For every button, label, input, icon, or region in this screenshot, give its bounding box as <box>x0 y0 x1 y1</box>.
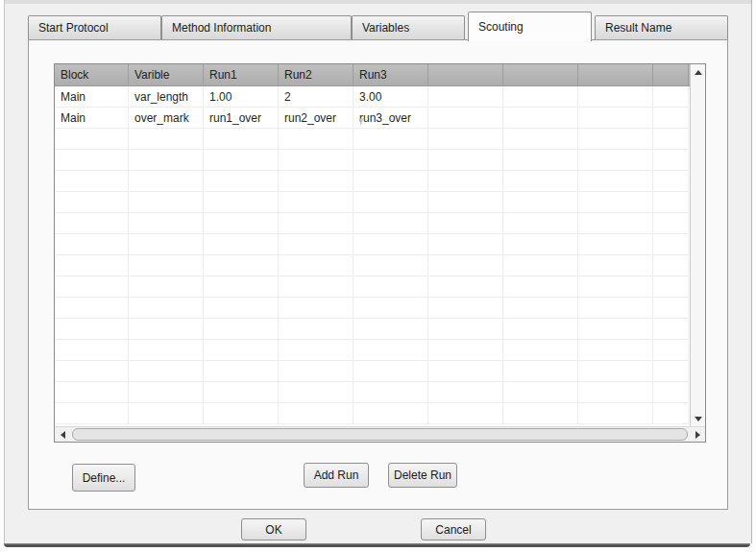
table-cell <box>428 298 503 319</box>
table-cell <box>354 192 428 213</box>
table-cell <box>578 129 653 150</box>
table-cell <box>129 150 204 171</box>
table-cell <box>578 361 653 382</box>
column-header[interactable]: Run1 <box>204 64 279 85</box>
table-row <box>55 129 690 150</box>
table-cell <box>279 150 354 171</box>
delete-run-button[interactable]: Delete Run <box>388 463 457 488</box>
table-cell <box>653 192 689 213</box>
grid-header-row: BlockVaribleRun1Run2Run3 <box>55 64 690 86</box>
table-cell[interactable] <box>578 108 653 129</box>
dialog-window: Start Protocol Method Information Variab… <box>4 0 752 543</box>
table-row: Mainover_markrun1_overrun2_overrun3_over <box>55 108 690 129</box>
horizontal-scrollbar-thumb[interactable] <box>72 428 688 441</box>
table-cell <box>129 382 204 403</box>
table-cell <box>129 192 204 213</box>
table-cell <box>503 234 578 255</box>
table-cell <box>578 213 653 234</box>
tab-scouting[interactable]: Scouting <box>468 12 592 41</box>
table-cell <box>578 298 653 319</box>
table-cell[interactable]: 2 <box>279 86 354 108</box>
table-cell[interactable] <box>653 86 689 108</box>
table-cell[interactable]: run2_over <box>279 108 354 129</box>
tab-label: Variables <box>362 21 409 35</box>
table-cell[interactable] <box>503 86 578 108</box>
table-cell <box>578 234 653 255</box>
table-cell <box>279 192 354 213</box>
table-cell <box>503 403 578 424</box>
tab-start-protocol[interactable]: Start Protocol <box>28 15 161 39</box>
table-row <box>55 298 690 319</box>
table-cell[interactable] <box>428 108 503 129</box>
column-header[interactable]: Block <box>55 64 129 85</box>
table-cell[interactable]: Main <box>55 86 129 108</box>
grid-body: Mainvar_length1.0023.00Mainover_markrun1… <box>55 86 690 426</box>
table-cell <box>503 276 578 298</box>
table-cell[interactable] <box>578 86 653 108</box>
table-cell[interactable] <box>428 86 503 108</box>
table-cell[interactable]: over_mark <box>129 108 204 129</box>
ok-button[interactable]: OK <box>241 518 306 540</box>
table-cell[interactable] <box>653 108 689 129</box>
table-cell <box>653 129 689 150</box>
table-cell <box>55 129 129 150</box>
column-header[interactable]: Run2 <box>279 64 354 85</box>
cancel-button-label: Cancel <box>435 523 471 537</box>
define-button-label: Define... <box>83 471 126 485</box>
table-row <box>55 171 690 192</box>
vertical-scrollbar[interactable] <box>690 64 705 426</box>
scroll-down-button[interactable] <box>691 411 705 426</box>
screenshot-root: Start Protocol Method Information Variab… <box>0 0 756 552</box>
table-cell <box>129 276 204 298</box>
scroll-up-button[interactable] <box>691 64 705 80</box>
define-button[interactable]: Define... <box>72 464 135 492</box>
table-cell[interactable]: Main <box>55 108 129 129</box>
table-cell[interactable]: var_length <box>129 86 204 108</box>
table-cell <box>279 319 354 340</box>
table-cell[interactable] <box>503 108 578 129</box>
down-arrow-icon <box>695 417 702 421</box>
table-cell <box>653 234 689 255</box>
table-cell <box>354 382 428 403</box>
table-cell <box>279 171 354 192</box>
table-cell <box>653 403 689 424</box>
table-cell <box>578 276 653 298</box>
table-cell <box>204 234 279 255</box>
table-cell <box>354 340 428 361</box>
tab-result-name[interactable]: Result Name <box>595 15 728 39</box>
table-cell <box>428 129 503 150</box>
table-cell <box>428 234 503 255</box>
column-header[interactable] <box>578 64 653 85</box>
table-cell <box>354 403 428 424</box>
add-run-button[interactable]: Add Run <box>304 463 369 488</box>
table-cell <box>129 129 204 150</box>
table-cell[interactable]: 3.00 <box>354 86 428 108</box>
table-cell <box>503 340 578 361</box>
table-cell <box>653 340 689 361</box>
column-header[interactable] <box>503 64 578 85</box>
table-cell[interactable]: run1_over <box>204 108 279 129</box>
scroll-left-button[interactable] <box>55 427 70 442</box>
horizontal-scrollbar[interactable] <box>55 426 705 442</box>
tab-variables[interactable]: Variables <box>352 15 465 39</box>
table-cell <box>578 150 653 171</box>
table-cell <box>653 298 689 319</box>
column-header[interactable] <box>428 64 503 85</box>
table-cell[interactable]: run3_over <box>354 108 428 129</box>
tab-method-information[interactable]: Method Information <box>161 15 352 39</box>
table-cell <box>354 234 428 255</box>
table-cell[interactable]: 1.00 <box>204 86 279 108</box>
table-cell <box>129 340 204 361</box>
table-cell <box>354 276 428 298</box>
column-header[interactable]: Varible <box>129 64 204 85</box>
table-cell <box>428 361 503 382</box>
table-cell <box>428 171 503 192</box>
table-cell <box>279 129 354 150</box>
table-row <box>55 150 690 171</box>
cancel-button[interactable]: Cancel <box>421 518 486 540</box>
tab-label: Method Information <box>172 21 271 35</box>
column-header[interactable]: Run3 <box>354 64 428 85</box>
scroll-right-button[interactable] <box>690 427 705 442</box>
table-row <box>55 382 690 403</box>
column-header[interactable] <box>653 64 689 85</box>
